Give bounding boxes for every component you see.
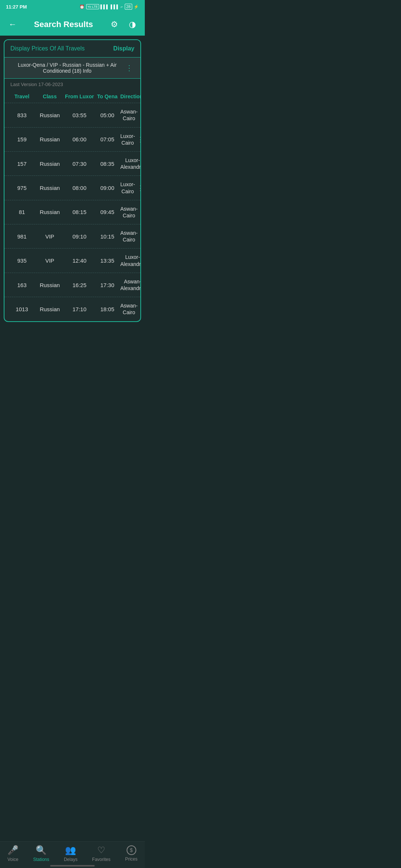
cell-travel: 157 (9, 161, 35, 167)
cell-class: Russian (35, 209, 65, 215)
cell-class: VIP (35, 257, 65, 264)
display-prices-text: Display Prices Of All Travels (10, 45, 85, 52)
table-row[interactable]: 935 VIP 12:40 13:35 Luxor-Alexandria ⋮ (4, 248, 140, 272)
row-menu-button[interactable]: ⋮ (135, 184, 141, 192)
cell-direction: Aswan-Cairo (120, 230, 138, 243)
header-direction: Direction (120, 93, 141, 100)
alarm-icon: ⏰ (79, 4, 85, 9)
settings-button[interactable]: ⚙ (108, 20, 121, 29)
cell-to: 17:30 (94, 282, 120, 288)
table-row[interactable]: 1013 Russian 17:10 18:05 Aswan-Cairo ⋮ (4, 297, 140, 321)
cell-class: VIP (35, 233, 65, 240)
cell-from: 07:30 (65, 161, 94, 167)
cell-travel: 935 (9, 257, 35, 264)
theme-button[interactable]: ◑ (125, 20, 139, 29)
cell-from: 09:10 (65, 233, 94, 240)
cell-from: 03:55 (65, 112, 94, 118)
cell-travel: 159 (9, 136, 35, 142)
cell-to: 07:05 (94, 136, 120, 142)
charging-icon: ⚡ (134, 4, 139, 9)
cell-from: 17:10 (65, 306, 94, 312)
cell-from: 16:25 (65, 282, 94, 288)
cell-direction: Luxor-Alexandria (120, 157, 141, 170)
status-bar: 11:27 PM ⏰ Yo LTE ▌▌▌ ▌▌▌ ⌐ 28 ⚡ (0, 0, 145, 13)
table-row[interactable]: 159 Russian 06:00 07:05 Luxor-Cairo ⋮ (4, 127, 140, 151)
cell-to: 09:00 (94, 185, 120, 191)
cell-from: 06:00 (65, 136, 94, 142)
cell-to: 10:15 (94, 233, 120, 240)
cell-direction: Aswan-Cairo (120, 302, 138, 316)
header-from: From Luxor (65, 93, 94, 100)
cell-from: 12:40 (65, 257, 94, 264)
route-info-text: Luxor-Qena / VIP - Russian - Russian + A… (10, 62, 124, 74)
page-title: Search Results (19, 20, 108, 29)
cell-class: Russian (35, 136, 65, 142)
signal2-icon: ▌▌▌ (111, 4, 119, 9)
status-time: 11:27 PM (6, 4, 27, 10)
lte-icon: Yo LTE (86, 4, 99, 9)
header-to: To Qena (94, 93, 120, 100)
cell-direction: Aswan-Cairo (120, 206, 138, 219)
cell-travel: 81 (9, 209, 35, 215)
row-menu-button[interactable]: ⋮ (138, 305, 141, 313)
cell-class: Russian (35, 306, 65, 312)
table-row[interactable]: 157 Russian 07:30 08:35 Luxor-Alexandria… (4, 151, 140, 175)
cell-to: 08:35 (94, 161, 120, 167)
cell-direction: Luxor-Cairo (120, 181, 135, 194)
cell-direction: Aswan-Cairo (120, 108, 138, 122)
cell-class: Russian (35, 185, 65, 191)
cell-direction: Luxor-Alexandria (120, 254, 141, 267)
table-header: Travel Class From Luxor To Qena Directio… (4, 90, 140, 103)
cell-travel: 833 (9, 112, 35, 118)
table-row[interactable]: 975 Russian 08:00 09:00 Luxor-Cairo ⋮ (4, 175, 140, 200)
cell-from: 08:00 (65, 185, 94, 191)
main-content: Display Prices Of All Travels Display Lu… (0, 36, 145, 355)
cell-to: 05:00 (94, 112, 120, 118)
cell-travel: 1013 (9, 306, 35, 312)
row-menu-button[interactable]: ⋮ (138, 111, 141, 119)
cell-class: Russian (35, 282, 65, 288)
route-info-bar: Luxor-Qena / VIP - Russian - Russian + A… (4, 57, 140, 79)
cell-travel: 981 (9, 233, 35, 240)
back-button[interactable]: ← (6, 20, 19, 29)
row-menu-button[interactable]: ⋮ (135, 135, 141, 144)
header-class: Class (35, 93, 65, 100)
display-button[interactable]: Display (113, 45, 134, 52)
status-icons: ⏰ Yo LTE ▌▌▌ ▌▌▌ ⌐ 28 ⚡ (79, 4, 139, 10)
cell-class: Russian (35, 161, 65, 167)
header-travel: Travel (9, 93, 35, 100)
display-prices-bar: Display Prices Of All Travels Display (4, 40, 140, 57)
table-rows-container: 833 Russian 03:55 05:00 Aswan-Cairo ⋮ 15… (4, 103, 140, 321)
cell-to: 09:45 (94, 209, 120, 215)
cell-to: 13:35 (94, 257, 120, 264)
signal1-icon: ▌▌▌ (101, 4, 109, 9)
row-menu-button[interactable]: ⋮ (138, 208, 141, 216)
cell-class: Russian (35, 112, 65, 118)
table-row[interactable]: 833 Russian 03:55 05:00 Aswan-Cairo ⋮ (4, 103, 140, 127)
battery-icon: 28 (125, 4, 132, 10)
cell-direction: Aswan-Alexandria (120, 278, 141, 292)
cell-to: 18:05 (94, 306, 120, 312)
table-row[interactable]: 163 Russian 16:25 17:30 Aswan-Alexandria… (4, 273, 140, 297)
row-menu-button[interactable]: ⋮ (138, 232, 141, 240)
route-menu-button[interactable]: ⋮ (124, 63, 134, 72)
cell-travel: 163 (9, 282, 35, 288)
cell-from: 08:15 (65, 209, 94, 215)
table-row[interactable]: 81 Russian 08:15 09:45 Aswan-Cairo ⋮ (4, 200, 140, 224)
cell-direction: Luxor-Cairo (120, 133, 135, 146)
app-header: ← Search Results ⚙ ◑ (0, 13, 145, 36)
results-card: Display Prices Of All Travels Display Lu… (4, 39, 141, 322)
version-text: Last Version 17-06-2023 (4, 79, 140, 90)
table-row[interactable]: 981 VIP 09:10 10:15 Aswan-Cairo ⋮ (4, 224, 140, 248)
wifi-icon: ⌐ (121, 4, 123, 9)
cell-travel: 975 (9, 185, 35, 191)
